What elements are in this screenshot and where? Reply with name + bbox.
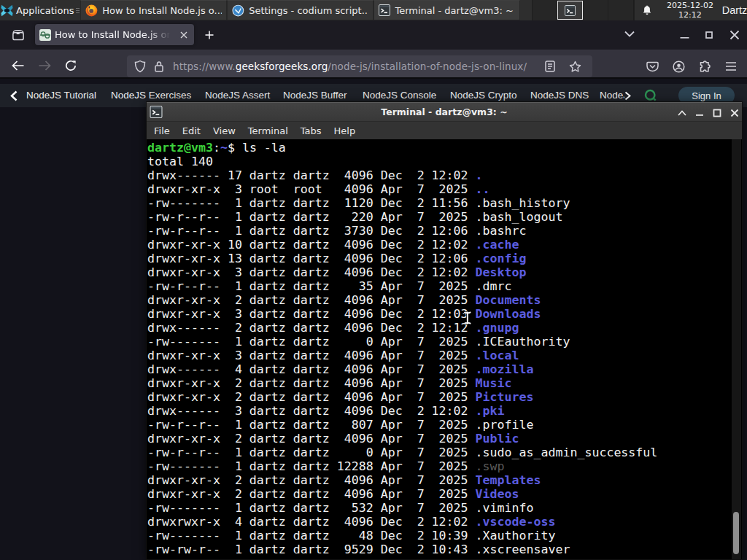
minimize-icon — [695, 109, 704, 117]
minimize-icon — [680, 31, 689, 40]
terminal-body[interactable]: dartz@vm3:~$ ls -latotal 140drwx------ 1… — [147, 139, 742, 559]
new-tab-button[interactable] — [200, 26, 219, 44]
geeksforgeeks-favicon — [39, 29, 51, 41]
reload-button[interactable] — [59, 54, 82, 77]
terminal-text-segment-plain: total 140 — [147, 155, 213, 168]
browser-tab-active[interactable]: How to Install Node.js on — [35, 24, 194, 45]
nav-scroll-left-button[interactable] — [10, 90, 18, 101]
reader-mode-button[interactable] — [538, 55, 562, 78]
terminal-text-segment-dir: .. — [476, 182, 490, 196]
terminal-window: Terminal - dartz@vm3: ~ — [146, 101, 743, 560]
applications-label: Applications — [16, 5, 74, 16]
terminal-menu-view[interactable]: View — [213, 125, 236, 136]
terminal-text-segment-user: dartz@vm3 — [147, 141, 213, 155]
terminal-output: dartz@vm3:~$ ls -latotal 140drwx------ 1… — [147, 141, 657, 556]
workspace-4[interactable] — [608, 0, 634, 20]
tab-close-button[interactable] — [177, 28, 191, 42]
close-icon — [729, 30, 740, 40]
terminal-text-segment-plain: $ ls -la — [228, 141, 286, 155]
terminal-line: -rw-r--r-- 1 dartz dartz 35 Apr 7 2025 .… — [147, 279, 657, 293]
url-bar[interactable]: https://www.geeksforgeeks.org/node-js/in… — [127, 55, 592, 77]
workspace-active-box[interactable] — [557, 1, 583, 20]
terminal-text-segment-plain: drwxr-xr-x 2 dartz dartz 4096 Apr 7 2025 — [147, 293, 476, 307]
panel-user-button[interactable]: Dartz — [721, 4, 747, 16]
terminal-text-segment-dir: Downloads — [476, 307, 541, 321]
gfg-nav-link[interactable]: NodeJS Tutorial — [26, 84, 96, 107]
workspace-1[interactable] — [532, 0, 557, 20]
terminal-text-segment-dir: .pki — [476, 404, 505, 418]
account-button[interactable] — [667, 55, 690, 78]
terminal-text-segment-plain: drwxr-xr-x 2 dartz dartz 4096 Apr 7 2025 — [147, 487, 476, 501]
back-icon — [12, 61, 25, 71]
gfg-search-button[interactable] — [644, 89, 657, 102]
forward-button[interactable] — [33, 54, 56, 77]
firefox-tabstrip: How to Install Node.js on — [0, 20, 747, 50]
app-menu-button[interactable] — [719, 55, 743, 78]
terminal-scrollbar-thumb[interactable] — [733, 512, 739, 554]
terminal-line: -rw-r--r-- 1 dartz dartz 220 Apr 7 2025 … — [147, 210, 657, 224]
back-button[interactable] — [7, 54, 30, 77]
notification-bell-button[interactable] — [635, 4, 659, 17]
firefox-view-button[interactable] — [5, 25, 31, 45]
terminal-text-segment-plain: drwxr-xr-x 2 dartz dartz 4096 Apr 7 2025 — [147, 473, 476, 487]
terminal-menu-file[interactable]: File — [154, 125, 170, 136]
terminal-text-segment-dir: .cache — [476, 238, 519, 252]
terminal-text-segment-plain: -rw-r--r-- 1 dartz dartz 220 Apr 7 2025 … — [147, 210, 562, 224]
terminal-line: total 140 — [147, 155, 657, 168]
panel-clock[interactable]: 2025-12-02 12:12 — [659, 1, 720, 20]
toolbar-right-icons — [640, 50, 747, 83]
bookmark-star-button[interactable] — [563, 55, 587, 78]
terminal-maximize-button[interactable] — [708, 104, 726, 122]
reload-icon — [65, 60, 77, 71]
terminal-minimize-button[interactable] — [691, 104, 708, 122]
pocket-icon — [646, 61, 659, 72]
workspace-3[interactable] — [583, 0, 608, 20]
tracking-shield-icon — [134, 60, 146, 73]
terminal-shade-button[interactable] — [673, 104, 691, 122]
terminal-menu-help[interactable]: Help — [334, 125, 356, 136]
url-domain: geeksforgeeks.org — [236, 61, 328, 72]
window-maximize-button[interactable] — [698, 20, 720, 50]
extensions-button[interactable] — [693, 55, 716, 78]
terminal-line: -rw------- 1 dartz dartz 0 Apr 7 2025 .I… — [147, 335, 657, 349]
applications-menu-button[interactable]: Applications — [0, 0, 75, 20]
terminal-scrollbar[interactable] — [732, 139, 741, 559]
terminal-text-segment-plain: drwx------ 17 dartz dartz 4096 Dec 2 12:… — [147, 168, 476, 182]
taskbar-button-codium[interactable]: Settings - codium script... — [227, 0, 374, 20]
forward-icon — [38, 61, 51, 71]
pocket-button[interactable] — [640, 55, 664, 78]
workspace-switcher[interactable] — [532, 0, 634, 20]
terminal-titlebar-icon — [150, 106, 163, 118]
terminal-menu-terminal[interactable]: Terminal — [248, 125, 288, 136]
window-minimize-button[interactable] — [673, 20, 695, 50]
nav-scroll-right-button[interactable] — [624, 91, 631, 101]
tab-title: How to Install Node.js on — [55, 29, 177, 40]
terminal-text-segment-plain: -rw-r--r-- 1 dartz dartz 35 Apr 7 2025 .… — [147, 279, 512, 293]
taskbar-button-terminal[interactable]: Terminal - dartz@vm3: ~ — [374, 0, 520, 20]
terminal-text-segment-plain: drwx------ 4 dartz dartz 4096 Apr 7 2025 — [147, 362, 476, 376]
terminal-text-segment-plain: -rw------- 1 dartz dartz 532 Apr 7 2025 … — [147, 501, 534, 515]
url-text[interactable]: https://www.geeksforgeeks.org/node-js/in… — [173, 61, 538, 72]
panel-separator-grip — [75, 0, 80, 20]
panel-date: 2025-12-02 — [659, 1, 720, 10]
terminal-text-segment-plain: drwx------ 2 dartz dartz 4096 Dec 2 12:1… — [147, 321, 476, 335]
terminal-line: -rw-r--r-- 1 dartz dartz 3730 Dec 2 12:0… — [147, 224, 657, 238]
taskbar-button-firefox[interactable]: How to Install Node.js o... — [80, 0, 227, 20]
terminal-line: drwxr-xr-x 2 dartz dartz 4096 Apr 7 2025… — [147, 390, 657, 404]
terminal-close-button[interactable] — [726, 104, 743, 122]
terminal-icon — [379, 4, 390, 16]
terminal-titlebar[interactable]: Terminal - dartz@vm3: ~ — [147, 102, 742, 122]
terminal-menu-tabs[interactable]: Tabs — [301, 125, 322, 136]
list-all-tabs-chevron-icon[interactable] — [624, 31, 635, 38]
taskbar-label-codium: Settings - codium script... — [249, 5, 368, 16]
terminal-menu-edit[interactable]: Edit — [182, 125, 201, 136]
workspace-terminal-icon — [565, 5, 576, 16]
terminal-text-segment-dir: .mozilla — [476, 362, 534, 376]
plus-icon — [204, 30, 214, 40]
terminal-line: drwx------ 2 dartz dartz 4096 Dec 2 12:1… — [147, 321, 657, 335]
text-cursor-pointer — [463, 311, 472, 325]
terminal-text-segment-plain: -rw-rw-r-- 1 dartz dartz 9529 Dec 2 10:4… — [147, 542, 570, 556]
terminal-text-segment-dir: .gnupg — [476, 321, 519, 335]
window-close-button[interactable] — [724, 20, 746, 50]
terminal-text-segment-dir: Pictures — [476, 390, 534, 404]
